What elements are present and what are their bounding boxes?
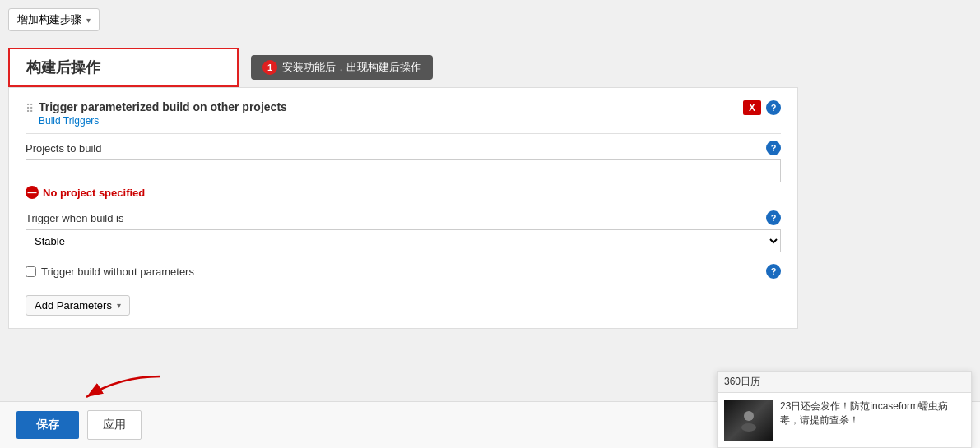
checkbox-form-group: Trigger build without parameters ? <box>26 264 781 279</box>
apply-button[interactable]: 应用 <box>87 410 142 440</box>
close-plugin-button[interactable]: X <box>743 100 761 115</box>
drag-handle-icon: ⠿ <box>26 102 34 115</box>
error-icon: — <box>26 186 39 199</box>
checkbox-label: Trigger build without parameters <box>26 266 194 278</box>
error-text: No project specified <box>43 187 145 199</box>
notification-thumbnail-inner <box>724 400 773 441</box>
plugin-controls: X ? <box>743 100 781 115</box>
tooltip-text: 安装功能后，出现构建后操作 <box>282 60 421 75</box>
plugin-info: Trigger parameterized build on other pro… <box>39 100 287 127</box>
trigger-label: Trigger when build is <box>26 212 123 224</box>
projects-label: Projects to build <box>26 142 102 155</box>
add-step-label: 增加构建步骤 <box>17 12 81 27</box>
trigger-without-params-checkbox[interactable] <box>26 266 36 277</box>
save-button[interactable]: 保存 <box>16 411 79 439</box>
notification-text: 23日还会发作！防范incaseform蠕虫病毒，请提前查杀！ <box>780 400 964 427</box>
trigger-label-row: Trigger when build is ? <box>26 210 781 225</box>
trigger-help-icon[interactable]: ? <box>766 210 781 225</box>
add-params-label: Add Parameters <box>35 299 112 312</box>
add-params-arrow-icon: ▾ <box>117 301 121 310</box>
checkbox-text: Trigger build without parameters <box>41 266 194 278</box>
svg-point-2 <box>741 423 756 432</box>
plugin-subtitle: Build Triggers <box>39 115 287 127</box>
projects-help-icon[interactable]: ? <box>766 141 781 155</box>
thumbnail-graphic <box>736 408 761 432</box>
notification-body: 23日还会发作！防范incaseform蠕虫病毒，请提前查杀！ <box>718 393 971 447</box>
main-container: 增加构建步骤 ▾ 构建后操作 1 安装功能后，出现构建后操作 ⠿ Trigger… <box>0 0 980 448</box>
notification-thumbnail <box>724 400 773 441</box>
add-parameters-button[interactable]: Add Parameters ▾ <box>26 295 130 316</box>
notification-panel: 360日历 23日还会发作！防范incaseform蠕虫病毒，请提前查杀！ <box>717 371 972 448</box>
error-message: — No project specified <box>26 186 781 199</box>
add-step-dropdown-arrow: ▾ <box>86 16 91 25</box>
projects-input[interactable] <box>26 159 781 182</box>
content-area: ⠿ Trigger parameterized build on other p… <box>8 87 798 329</box>
trigger-select-wrapper: Stable Unstable Failed Always <box>26 229 781 252</box>
plugin-title: Trigger parameterized build on other pro… <box>39 100 287 113</box>
plugin-header: ⠿ Trigger parameterized build on other p… <box>26 100 781 127</box>
projects-form-group: Projects to build ? — No project specifi… <box>26 141 781 199</box>
trigger-form-group: Trigger when build is ? Stable Unstable … <box>26 210 781 252</box>
notification-header: 360日历 <box>718 372 971 393</box>
svg-point-1 <box>744 411 754 421</box>
header-row: 构建后操作 1 安装功能后，出现构建后操作 <box>8 48 980 87</box>
tooltip-bubble: 1 安装功能后，出现构建后操作 <box>251 55 433 80</box>
add-step-button[interactable]: 增加构建步骤 ▾ <box>8 8 100 31</box>
divider-1 <box>26 133 781 134</box>
tooltip-badge: 1 <box>262 60 277 75</box>
section-title: 构建后操作 <box>8 48 239 87</box>
trigger-select[interactable]: Stable Unstable Failed Always <box>26 229 781 252</box>
red-arrow-indicator <box>70 372 169 405</box>
plugin-title-block: ⠿ Trigger parameterized build on other p… <box>26 100 287 127</box>
plugin-help-icon[interactable]: ? <box>766 100 781 115</box>
checkbox-help-icon[interactable]: ? <box>766 264 781 279</box>
projects-label-row: Projects to build ? <box>26 141 781 155</box>
